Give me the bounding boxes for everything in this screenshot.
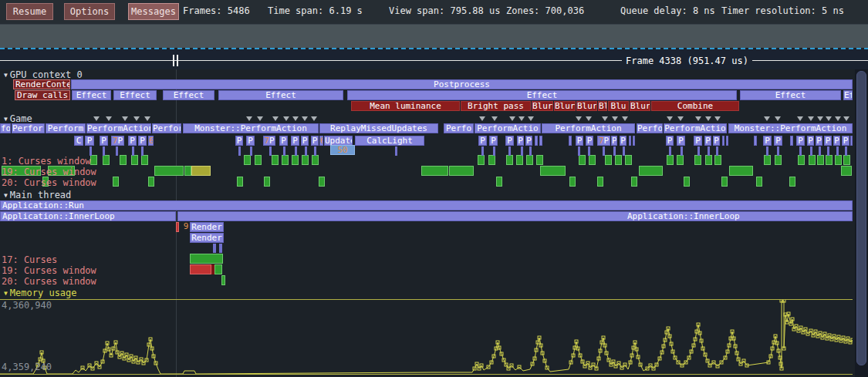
zone-bar-blur[interactable]: Blur <box>598 101 607 111</box>
zone-tick[interactable] <box>669 146 671 156</box>
zone-bar-blur[interactable]: Blur <box>554 101 576 111</box>
zone-bar[interactable] <box>302 155 309 165</box>
zone-bar[interactable] <box>694 155 701 165</box>
zone-tick[interactable] <box>295 146 297 156</box>
zone-bar-effect[interactable]: Effect <box>72 90 111 100</box>
zone-bar[interactable] <box>775 155 782 165</box>
zone-tick[interactable] <box>90 146 92 156</box>
zone-bar[interactable] <box>184 166 191 176</box>
section-header-gpu-context-0[interactable]: ▼GPU context 0 <box>4 69 83 80</box>
zone-bar-perfo[interactable]: Perfo <box>637 123 663 133</box>
zone-bar-render[interactable]: Render <box>190 222 224 232</box>
zone-tick[interactable] <box>521 146 523 156</box>
zone-bar[interactable] <box>214 264 222 274</box>
zone-bar[interactable] <box>496 177 502 187</box>
zone-bar-p[interactable]: P <box>694 136 702 146</box>
zone-bar-6[interactable]: 6 <box>319 136 323 146</box>
zone-marker-icon[interactable] <box>257 116 263 121</box>
frame-ruler[interactable]: Frame 4338 (951.47 us) <box>0 49 868 69</box>
zone-bar-p[interactable]: P <box>824 136 832 146</box>
zone-tick[interactable] <box>395 146 397 156</box>
zone-tick[interactable] <box>578 146 580 156</box>
zone-marker-icon[interactable] <box>272 116 279 121</box>
zone-tick[interactable] <box>283 146 285 156</box>
zone-bar[interactable] <box>190 264 211 274</box>
zone-bar-p[interactable]: P <box>611 136 617 146</box>
zone-marker-icon[interactable] <box>835 116 841 121</box>
zone-marker-icon[interactable] <box>817 116 823 121</box>
zone-tick[interactable] <box>836 146 839 156</box>
zone-tick[interactable] <box>810 146 812 156</box>
zone-bar-monster-performaction[interactable]: Monster::PerformAction <box>183 123 319 133</box>
zone-bar-p[interactable]: P <box>85 136 94 146</box>
zone-marker-icon[interactable] <box>797 116 803 121</box>
zone-tick[interactable] <box>681 146 683 156</box>
zone-marker-icon[interactable] <box>283 116 289 121</box>
zone-tick[interactable] <box>116 146 118 156</box>
zone-bar-monster-performaction[interactable]: Monster::PerformAction <box>728 123 853 133</box>
zone-bar-replaymissedupdates[interactable]: ReplayMissedUpdates <box>319 123 438 133</box>
zone-tick[interactable] <box>103 146 105 156</box>
zone-bar[interactable] <box>536 155 543 165</box>
zone-marker-icon[interactable] <box>775 116 781 121</box>
zone-tick[interactable] <box>213 244 216 253</box>
zone-bar-p[interactable]: P <box>713 136 720 146</box>
zone-bar-50[interactable]: 50 <box>330 145 355 155</box>
zone-bar-draw-calls[interactable]: Draw calls <box>15 90 70 100</box>
zone-bar-p[interactable]: P <box>842 136 849 146</box>
zone-marker-icon[interactable] <box>622 116 628 121</box>
zone-bar[interactable] <box>506 155 513 165</box>
zone-bar[interactable] <box>714 155 721 165</box>
zone-bar-9[interactable]: 9 <box>182 222 190 232</box>
zone-tick[interactable] <box>603 146 605 156</box>
zone-bar-perfo[interactable]: Perfo <box>444 123 474 133</box>
zone-marker-icon[interactable] <box>843 116 849 121</box>
zone-bar[interactable] <box>721 177 728 187</box>
zone-bar[interactable] <box>569 177 576 187</box>
zone-tick[interactable] <box>508 146 511 156</box>
zone-bar-p[interactable]: P <box>620 136 627 146</box>
zone-bar-p[interactable]: P <box>796 136 805 146</box>
zone-marker-icon[interactable] <box>518 116 525 121</box>
zone-bar[interactable] <box>141 155 148 165</box>
zone-tick[interactable] <box>141 146 144 156</box>
zone-bar-blur[interactable]: Blur <box>532 101 553 111</box>
zone-marker-icon[interactable] <box>246 116 252 121</box>
zone-bar-p[interactable]: P <box>833 136 840 146</box>
zone-marker-icon[interactable] <box>826 116 832 121</box>
zone-marker-icon[interactable] <box>509 116 515 121</box>
zone-tick[interactable] <box>613 146 616 156</box>
zone-tick[interactable] <box>305 146 307 156</box>
zone-tick[interactable] <box>799 146 802 156</box>
zone-bar[interactable] <box>264 177 270 187</box>
zone-marker-icon[interactable] <box>695 116 701 121</box>
zone-tick[interactable] <box>493 146 495 156</box>
zone-bar[interactable] <box>677 155 684 165</box>
zone-bar-p[interactable]: P <box>246 136 255 146</box>
zone-bar-blur[interactable]: Blur <box>576 101 597 111</box>
zone-tick[interactable] <box>819 146 821 156</box>
zone-tick[interactable] <box>269 146 272 156</box>
zone-tick[interactable] <box>250 146 252 156</box>
zone-bar[interactable] <box>120 155 127 165</box>
zone-tick[interactable] <box>219 244 222 253</box>
zone-bar-7p[interactable]: 7P <box>263 136 275 146</box>
zone-bar[interactable] <box>633 136 635 146</box>
zone-bar-p[interactable]: P <box>291 136 299 146</box>
zone-tick[interactable] <box>777 146 779 156</box>
zone-bar[interactable] <box>176 222 179 232</box>
zone-bar-p[interactable]: P <box>807 136 814 146</box>
zone-bar[interactable] <box>631 177 637 187</box>
zone-tick[interactable] <box>588 146 590 156</box>
zone-bar-perfor[interactable]: Perfor <box>152 123 181 133</box>
zone-tick[interactable] <box>766 146 768 156</box>
zone-bar[interactable] <box>191 166 211 176</box>
zone-bar-combine[interactable]: Combine <box>651 101 739 111</box>
zone-bar[interactable] <box>639 166 663 176</box>
zone-bar[interactable] <box>90 155 97 165</box>
zone-marker-icon[interactable] <box>122 116 128 121</box>
zone-bar-blur[interactable]: Blur <box>630 101 650 111</box>
zone-marker-icon[interactable] <box>808 116 814 121</box>
zone-bar[interactable] <box>789 177 795 187</box>
zone-bar-effect[interactable]: Effect <box>163 90 214 100</box>
